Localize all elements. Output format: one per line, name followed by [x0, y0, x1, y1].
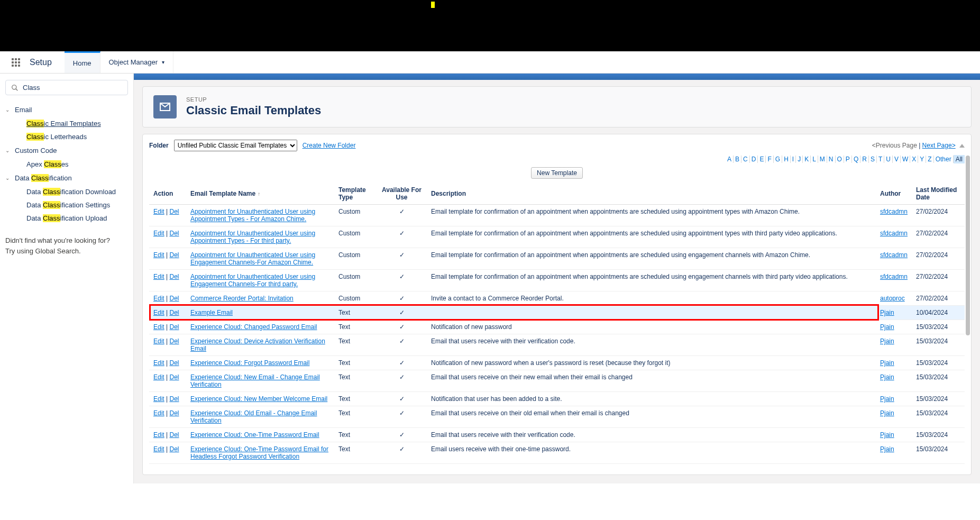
create-folder-link[interactable]: Create New Folder	[303, 142, 356, 149]
collapse-icon[interactable]	[959, 144, 965, 148]
col-type[interactable]: Template Type	[334, 183, 377, 205]
alpha-d[interactable]: D	[750, 156, 758, 163]
del-link[interactable]: Del	[169, 395, 179, 403]
edit-link[interactable]: Edit	[153, 337, 164, 345]
tree-item[interactable]: Data Classification Download	[5, 185, 128, 198]
alpha-s[interactable]: S	[869, 156, 877, 163]
del-link[interactable]: Del	[169, 445, 179, 453]
author-link[interactable]: sfdcadmn	[880, 230, 908, 237]
author-link[interactable]: Pjain	[880, 309, 894, 316]
author-link[interactable]: Pjain	[880, 395, 894, 403]
author-link[interactable]: autoproc	[880, 295, 905, 302]
template-name-link[interactable]: Experience Cloud: Old Email - Change Ema…	[190, 409, 317, 424]
quick-find-input[interactable]	[23, 84, 122, 92]
prev-page-link[interactable]: <Previous Page	[872, 142, 917, 149]
author-link[interactable]: Pjain	[880, 323, 894, 331]
edit-link[interactable]: Edit	[153, 295, 164, 302]
del-link[interactable]: Del	[169, 273, 179, 280]
del-link[interactable]: Del	[169, 373, 179, 381]
col-name[interactable]: Email Template Name↑	[186, 183, 334, 205]
alpha-u[interactable]: U	[884, 156, 893, 163]
tree-group-custom-code[interactable]: ⌄Custom Code	[5, 143, 128, 158]
alpha-x[interactable]: X	[910, 156, 918, 163]
template-name-link[interactable]: Commerce Reorder Portal: Invitation	[190, 295, 294, 302]
template-name-link[interactable]: Experience Cloud: New Email - Change Ema…	[190, 373, 320, 388]
template-name-link[interactable]: Experience Cloud: Forgot Password Email	[190, 359, 309, 367]
alpha-w[interactable]: W	[901, 156, 910, 163]
alpha-g[interactable]: G	[774, 156, 782, 163]
tree-item[interactable]: Data Classification Settings	[5, 198, 128, 212]
alpha-j[interactable]: J	[796, 156, 803, 163]
nav-tab-home[interactable]: Home	[65, 51, 100, 73]
alpha-i[interactable]: I	[791, 156, 796, 163]
author-link[interactable]: Pjain	[880, 359, 894, 367]
tree-item[interactable]: Apex Classes	[5, 158, 128, 171]
tree-group-data-classification[interactable]: ⌄Data Classification	[5, 171, 128, 185]
edit-link[interactable]: Edit	[153, 208, 164, 215]
col-desc[interactable]: Description	[427, 183, 876, 205]
edit-link[interactable]: Edit	[153, 230, 164, 237]
del-link[interactable]: Del	[169, 295, 179, 302]
new-template-button[interactable]: New Template	[531, 167, 583, 179]
del-link[interactable]: Del	[169, 337, 179, 345]
del-link[interactable]: Del	[169, 323, 179, 331]
quick-find[interactable]	[5, 80, 128, 95]
edit-link[interactable]: Edit	[153, 431, 164, 439]
edit-link[interactable]: Edit	[153, 323, 164, 331]
col-avail[interactable]: Available For Use	[377, 183, 427, 205]
alpha-k[interactable]: K	[803, 156, 811, 163]
del-link[interactable]: Del	[169, 431, 179, 439]
del-link[interactable]: Del	[169, 251, 179, 259]
del-link[interactable]: Del	[169, 309, 179, 316]
author-link[interactable]: Pjain	[880, 337, 894, 345]
template-name-link[interactable]: Experience Cloud: One-Time Password Emai…	[190, 445, 328, 460]
alpha-all[interactable]: All	[954, 155, 965, 163]
alpha-b[interactable]: B	[734, 156, 741, 163]
template-name-link[interactable]: Experience Cloud: Changed Password Email	[190, 323, 317, 331]
alpha-z[interactable]: Z	[926, 156, 933, 163]
template-name-link[interactable]: Experience Cloud: One-Time Password Emai…	[190, 431, 319, 439]
app-launcher-icon[interactable]	[12, 58, 20, 67]
template-name-link[interactable]: Example Email	[190, 309, 233, 316]
alpha-o[interactable]: O	[836, 156, 844, 163]
template-name-link[interactable]: Appointment for Unauthenticated User usi…	[190, 208, 315, 223]
author-link[interactable]: sfdcadmn	[880, 273, 908, 280]
template-name-link[interactable]: Experience Cloud: New Member Welcome Ema…	[190, 395, 327, 403]
author-link[interactable]: Pjain	[880, 409, 894, 417]
alpha-q[interactable]: Q	[852, 156, 860, 163]
alpha-r[interactable]: R	[860, 156, 869, 163]
tree-item[interactable]: Classic Email Templates	[5, 117, 128, 130]
alpha-c[interactable]: C	[741, 156, 750, 163]
alpha-e[interactable]: E	[758, 156, 766, 163]
edit-link[interactable]: Edit	[153, 251, 164, 259]
template-name-link[interactable]: Appointment for Unauthenticated User usi…	[190, 230, 315, 244]
del-link[interactable]: Del	[169, 359, 179, 367]
col-date[interactable]: Last Modified Date	[912, 183, 965, 205]
alpha-t[interactable]: T	[877, 156, 884, 163]
edit-link[interactable]: Edit	[153, 273, 164, 280]
author-link[interactable]: Pjain	[880, 373, 894, 381]
nav-tab-object-manager[interactable]: Object Manager▾	[100, 51, 174, 73]
alpha-f[interactable]: F	[766, 156, 773, 163]
edit-link[interactable]: Edit	[153, 373, 164, 381]
tree-group-email[interactable]: ⌄Email	[5, 103, 128, 117]
alpha-y[interactable]: Y	[918, 156, 926, 163]
alpha-m[interactable]: M	[818, 156, 827, 163]
edit-link[interactable]: Edit	[153, 359, 164, 367]
alpha-p[interactable]: P	[844, 156, 852, 163]
author-link[interactable]: Pjain	[880, 445, 894, 453]
author-link[interactable]: sfdcadmn	[880, 251, 908, 259]
edit-link[interactable]: Edit	[153, 395, 164, 403]
alpha-other[interactable]: Other	[934, 156, 954, 163]
tree-item[interactable]: Data Classification Upload	[5, 212, 128, 225]
template-name-link[interactable]: Appointment for Unauthenticated User usi…	[190, 251, 315, 266]
alpha-v[interactable]: V	[893, 156, 901, 163]
author-link[interactable]: Pjain	[880, 431, 894, 439]
next-page-link[interactable]: Next Page>	[922, 142, 956, 149]
alpha-l[interactable]: L	[811, 156, 818, 163]
alpha-n[interactable]: N	[827, 156, 836, 163]
template-name-link[interactable]: Appointment for Unauthenticated User usi…	[190, 273, 315, 288]
template-name-link[interactable]: Experience Cloud: Device Activation Veri…	[190, 337, 325, 352]
col-author[interactable]: Author	[876, 183, 912, 205]
del-link[interactable]: Del	[169, 208, 179, 215]
